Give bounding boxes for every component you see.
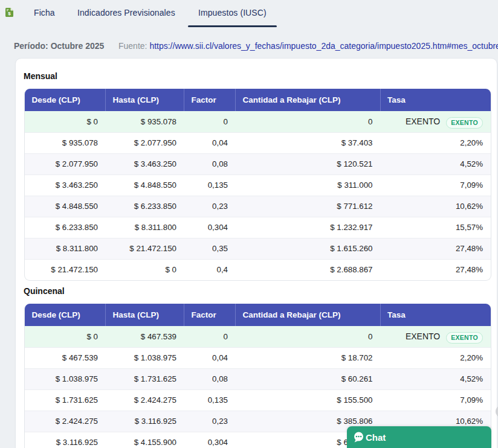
svg-text:$: $ bbox=[8, 11, 11, 16]
